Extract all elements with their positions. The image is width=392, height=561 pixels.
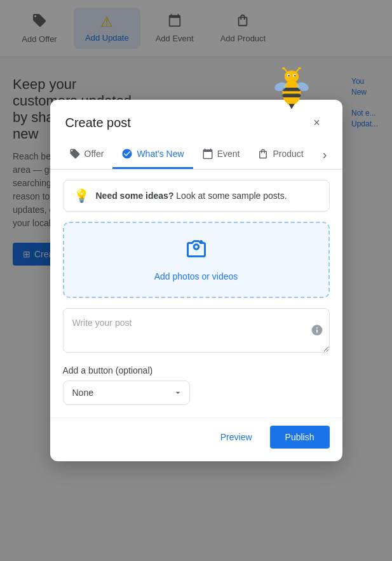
create-post-modal: Create post × Offer What's New Event Pro… (50, 100, 342, 461)
tab-event[interactable]: Event (193, 140, 249, 169)
modal-overlay: Create post × Offer What's New Event Pro… (0, 0, 392, 561)
post-text-section (63, 308, 330, 355)
tab-offer-label: Offer (84, 149, 104, 159)
svg-line-2 (295, 69, 299, 72)
ideas-banner[interactable]: 💡 Need some ideas? Look at some sample p… (63, 180, 330, 212)
preview-button[interactable]: Preview (210, 427, 262, 447)
add-button-label: Add a button (optional) (63, 365, 330, 375)
modal-title: Create post (65, 116, 131, 130)
svg-rect-11 (282, 94, 301, 98)
svg-point-7 (288, 75, 289, 76)
tab-product-label: Product (273, 149, 303, 159)
photo-upload-area[interactable]: Add photos or videos (63, 222, 330, 298)
ideas-text: Need some ideas? Look at some sample pos… (96, 191, 287, 201)
svg-point-8 (294, 75, 295, 76)
tab-product[interactable]: Product (248, 140, 312, 169)
svg-line-0 (284, 69, 288, 72)
bee-mascot (266, 65, 317, 116)
post-textarea[interactable] (63, 308, 330, 353)
ideas-prefix: Need some ideas? (96, 191, 174, 201)
info-icon (311, 324, 323, 340)
camera-plus-icon (185, 238, 208, 266)
tab-whats-new-label: What's New (137, 149, 184, 159)
button-dropdown[interactable]: None Book Order online Buy Learn more Si… (63, 381, 190, 405)
modal-footer: Preview Publish (50, 417, 342, 461)
tab-whats-new[interactable]: What's New (112, 140, 193, 169)
add-button-section: Add a button (optional) None Book Order … (63, 365, 330, 405)
ideas-suffix: Look at some sample posts. (176, 191, 287, 201)
tabs-chevron[interactable]: › (318, 142, 332, 167)
svg-marker-14 (288, 104, 295, 109)
modal-tabs: Offer What's New Event Product › (50, 140, 342, 170)
photo-label: Add photos or videos (154, 271, 238, 281)
tab-event-label: Event (217, 149, 240, 159)
tab-offer[interactable]: Offer (60, 140, 113, 169)
bulb-icon: 💡 (74, 188, 90, 203)
publish-button[interactable]: Publish (270, 426, 330, 449)
